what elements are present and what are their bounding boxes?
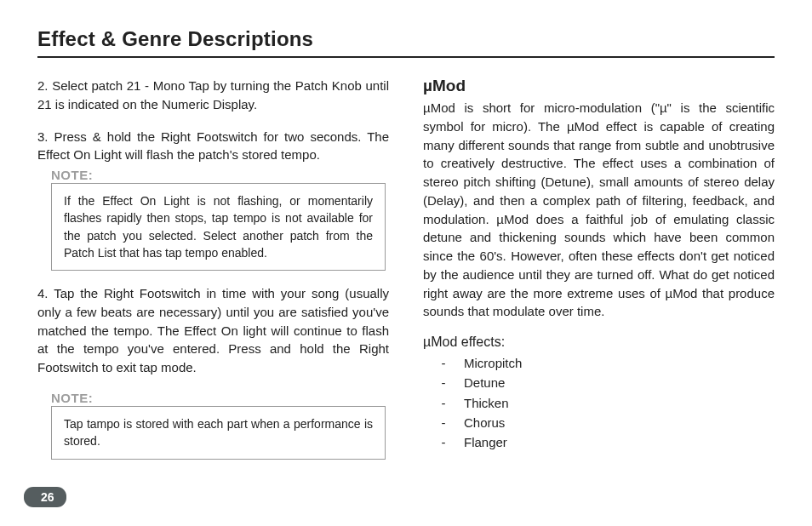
note-box-2: Tap tampo is stored with each part when … — [51, 406, 386, 460]
bullet-dash: - — [423, 413, 464, 432]
list-item: -Flanger — [423, 432, 775, 452]
umod-body: µMod is short for micro-modulation ("µ" … — [423, 99, 775, 321]
list-item: -Detune — [423, 373, 775, 392]
note-label-2: NOTE: — [51, 391, 389, 405]
page-title: Effect & Genre Descriptions — [37, 27, 775, 58]
right-column: µMod µMod is short for micro-modulation … — [423, 77, 775, 473]
list-item: -Thicken — [423, 393, 775, 413]
effect-name: Flanger — [464, 432, 507, 452]
step-4: 4. Tap the Right Footswitch in time with… — [37, 284, 389, 377]
effect-name: Chorus — [464, 413, 505, 432]
effect-name: Detune — [464, 373, 505, 392]
bullet-dash: - — [423, 373, 464, 392]
content-columns: 2. Select patch 21 - Mono Tap by turning… — [37, 77, 775, 473]
umod-effects-heading: µMod effects: — [423, 334, 775, 350]
umod-effects-list: -Micropitch -Detune -Thicken -Chorus -Fl… — [423, 353, 775, 452]
step-2: 2. Select patch 21 - Mono Tap by turning… — [37, 77, 389, 114]
note-box-1: If the Effect On Light is not flashing, … — [51, 183, 386, 271]
umod-heading: µMod — [423, 77, 775, 95]
effect-name: Micropitch — [464, 353, 522, 373]
manual-page: Effect & Genre Descriptions 2. Select pa… — [0, 0, 812, 526]
bullet-dash: - — [423, 432, 464, 452]
effect-name: Thicken — [464, 393, 509, 413]
bullet-dash: - — [423, 393, 464, 413]
bullet-dash: - — [423, 353, 464, 373]
page-number-badge: 26 — [24, 487, 66, 507]
step-3: 3. Press & hold the Right Footswitch for… — [37, 128, 389, 165]
left-column: 2. Select patch 21 - Mono Tap by turning… — [37, 77, 389, 473]
list-item: -Micropitch — [423, 353, 775, 373]
list-item: -Chorus — [423, 413, 775, 432]
note-label-1: NOTE: — [51, 168, 389, 182]
